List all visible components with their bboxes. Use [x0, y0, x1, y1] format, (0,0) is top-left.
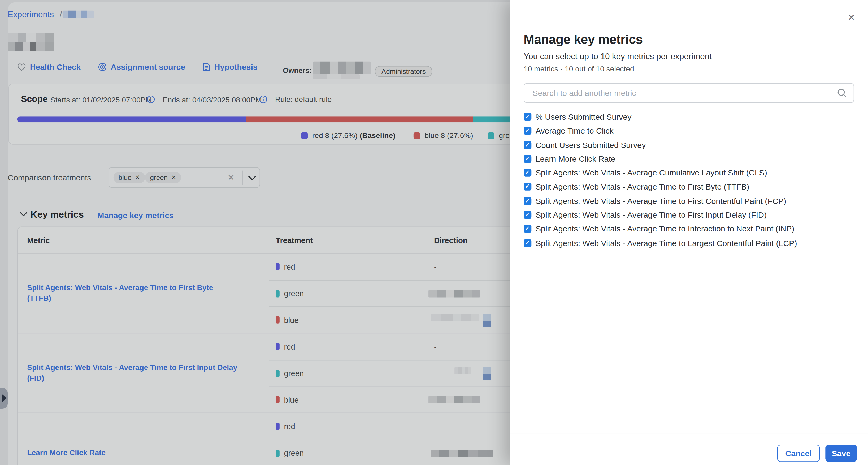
metric-option-row: Split Agents: Web Vitals - Average Cumul…: [524, 168, 767, 178]
checkbox-checked[interactable]: [524, 211, 531, 219]
metric-option-label: Split Agents: Web Vitals - Average Time …: [536, 210, 767, 219]
metric-option-label: Split Agents: Web Vitals - Average Cumul…: [536, 168, 767, 177]
panel-title: Manage key metrics: [524, 32, 643, 47]
metric-option-row: Learn More Click Rate: [524, 154, 616, 164]
metric-option-row: Split Agents: Web Vitals - Average Time …: [524, 238, 797, 248]
manage-key-metrics-panel: ✕ Manage key metrics You can select up t…: [510, 0, 868, 465]
metric-option-row: Split Agents: Web Vitals - Average Time …: [524, 196, 786, 206]
metric-option-label: % Users Submitted Survey: [536, 113, 632, 121]
metric-search: [524, 83, 854, 103]
checkbox-checked[interactable]: [524, 197, 531, 205]
checkbox-checked[interactable]: [524, 183, 531, 190]
metric-option-label: Split Agents: Web Vitals - Average Time …: [536, 197, 786, 205]
metric-option-label: Average Time to Click: [536, 126, 614, 135]
checkbox-checked[interactable]: [524, 155, 531, 163]
save-button[interactable]: Save: [825, 445, 857, 462]
checkbox-checked[interactable]: [524, 239, 531, 247]
metric-option-row: Split Agents: Web Vitals - Average Time …: [524, 210, 767, 220]
checkbox-checked[interactable]: [524, 113, 531, 120]
panel-subtitle: You can select up to 10 key metrics per …: [524, 52, 712, 61]
checkbox-checked[interactable]: [524, 142, 531, 149]
metric-option-label: Split Agents: Web Vitals - Average Time …: [536, 224, 794, 233]
metric-option-row: Count Users Submitted Survey: [524, 140, 646, 150]
cancel-button[interactable]: Cancel: [777, 445, 820, 462]
metric-search-input[interactable]: [524, 83, 854, 103]
metric-option-row: Split Agents: Web Vitals - Average Time …: [524, 181, 749, 192]
metric-option-row: % Users Submitted Survey: [524, 112, 631, 122]
metric-option-label: Split Agents: Web Vitals - Average Time …: [536, 182, 749, 191]
metric-option-row: Split Agents: Web Vitals - Average Time …: [524, 224, 794, 234]
metric-option-label: Split Agents: Web Vitals - Average Time …: [536, 239, 797, 248]
screen: Experiments / Health Check Assignment so…: [0, 0, 868, 465]
metric-option-label: Count Users Submitted Survey: [536, 141, 646, 149]
checkbox-checked[interactable]: [524, 169, 531, 176]
checkbox-checked[interactable]: [524, 127, 531, 134]
close-icon[interactable]: ✕: [846, 12, 857, 23]
panel-footer: Cancel Save: [510, 434, 868, 465]
checkbox-checked[interactable]: [524, 225, 531, 233]
metric-option-row: Average Time to Click: [524, 126, 614, 136]
search-icon: [837, 88, 847, 98]
metric-option-label: Learn More Click Rate: [536, 154, 616, 163]
metrics-count-line: 10 metrics · 10 out of 10 selected: [524, 65, 634, 73]
